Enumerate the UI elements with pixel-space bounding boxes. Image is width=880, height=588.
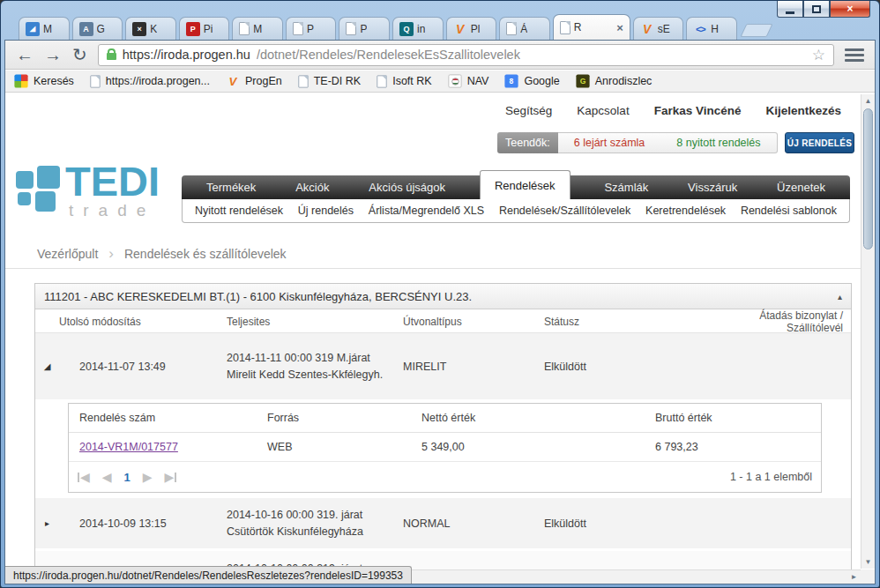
overdue-invoices-link[interactable]: 6 lejárt számla [574,137,645,149]
nav-akciok[interactable]: Akciók [290,175,334,199]
breadcrumb-home[interactable]: Vezérlőpult [37,247,98,261]
subnav-nyitott-rendelesek[interactable]: Nyitott rendelések [195,205,283,217]
new-order-button[interactable]: ÚJ RENDELÉS [785,132,854,153]
pager-first-icon[interactable]: ◀ [78,470,90,484]
customer-title: 111201 - ABC KERESKEDELMI BT.(1) - 6100 … [44,290,472,303]
fulfillment-cell: 2014-11-11 00:00 319 M.járat Mirelit Ked… [227,350,391,382]
table-row[interactable]: ◢ 2014-11-07 13:49 2014-11-11 00:00 319 … [35,333,851,399]
order-number-link[interactable]: 2014-VR1M/017577 [79,441,178,453]
contact-link[interactable]: Kapcsolat [577,104,629,117]
help-link[interactable]: Segítség [505,104,552,117]
logo-subtitle: trade [69,201,155,220]
collapse-panel-icon[interactable]: ▴ [838,292,842,301]
table-row[interactable]: ▸ 2014-10-09 13:15 2014-10-16 00:00 319.… [35,498,851,548]
pager-next-icon[interactable]: ▶ [143,470,153,484]
status-cell: Elküldött [544,517,701,530]
nav-icon [448,74,461,87]
bookmark-star-icon[interactable]: ☆ [812,46,825,64]
subnav-rendelesi-sablonok[interactable]: Rendelési sablonok [741,205,837,217]
url-path: /dotnet/Rendeles/RendelesekEsSzallitolev… [257,48,520,62]
bookmark[interactable]: VProgEn [226,74,282,88]
browser-tab-active[interactable]: R× [553,14,630,40]
window-titlebar[interactable]: × ◢M AG ×K PPi M P P Qin VPl Á R× VsE <>… [4,1,876,40]
bookmark[interactable]: https://iroda.progen... [90,75,210,88]
vertical-scrollbar-thumb[interactable] [863,108,873,249]
nav-termekek[interactable]: Termékek [201,175,261,199]
tab-title: M [43,23,52,35]
forward-button[interactable]: → [44,46,62,63]
maximize-button[interactable] [803,1,830,18]
tab-title: K [150,23,157,35]
fulfillment-cell: 2014-10-16 00:00 319. járat Csütörtök Ki… [227,507,391,539]
minimize-button[interactable] [777,1,803,18]
browser-tab[interactable]: Á [499,17,550,40]
status-cell: Elküldött [544,361,701,373]
scroll-right-icon[interactable]: ► [847,570,861,584]
customer-header[interactable]: 111201 - ABC KERESKEDELMI BT.(1) - 6100 … [35,284,851,309]
collapse-row-icon[interactable]: ◢ [35,361,59,371]
new-tab-button[interactable] [740,24,772,37]
avg-icon [14,74,27,87]
col-utvonaltipus: Útvonaltípus [403,316,544,328]
pager-prev-icon[interactable]: ◀ [102,470,112,484]
browser-tab[interactable]: <>H [686,17,737,40]
subnav-arlista-xls[interactable]: Árlista/Megrendelő XLS [369,205,484,217]
browser-tab[interactable]: PPi [179,17,230,40]
scroll-up-icon[interactable]: ▲ [861,94,875,108]
tab-title: P [360,23,367,35]
browser-tab[interactable]: P [339,17,390,40]
bookmark[interactable]: Keresés [14,74,74,88]
code-icon: <> [693,22,707,36]
bookmark[interactable]: Isoft RK [377,75,431,88]
page-icon [239,22,250,35]
nav-rendelesek[interactable]: Rendelések [480,170,571,199]
detail-row: 2014-VR1M/017577 WEB 5 349,00 6 793,23 [69,433,821,462]
bookmark[interactable]: TE-DI RK [298,75,361,88]
bookmark[interactable]: 8Google [504,74,559,88]
tab-close-icon[interactable]: × [616,22,623,33]
nav-akcios-ujsagok[interactable]: Akciós újságok [363,175,451,199]
tedi-logo[interactable]: TEDI trade [14,164,173,226]
vertical-scrollbar[interactable]: ▲ ▼ [861,94,875,569]
tab-title: sE [658,23,670,35]
open-orders-link[interactable]: 8 nyitott rendelés [676,137,760,149]
browser-tab[interactable]: VPl [446,17,497,40]
logout-link[interactable]: Kijelentkezés [765,104,841,117]
close-icon: × [846,3,853,15]
tab-title: Á [520,23,527,35]
nav-visszaruk[interactable]: Visszáruk [682,175,742,199]
close-window-button[interactable]: × [830,1,870,18]
nav-uzenetek[interactable]: Üzenetek [772,175,831,199]
browser-tab[interactable]: Qin [392,17,444,40]
todo-label: Teendők: [497,132,558,153]
pager-page-number[interactable]: 1 [124,471,131,484]
browser-tab[interactable]: ◢M [19,17,70,40]
translate-icon: A [79,22,93,36]
subnav-keretrendelesek[interactable]: Keretrendelések [645,205,726,217]
browser-tab[interactable]: P [286,17,337,40]
progen-icon: V [453,22,467,36]
nav-szamlak[interactable]: Számlák [599,175,653,199]
detail-header-row: Rendelés szám Forrás Nettó érték Bruttó … [69,404,821,433]
browser-tab[interactable]: AG [72,17,123,40]
pager-last-icon[interactable]: ▶ [165,470,177,484]
browser-menu-button[interactable] [845,48,864,62]
back-button[interactable]: ← [16,46,34,63]
bookmark[interactable]: NAV [448,74,489,88]
subnav-uj-rendeles[interactable]: Új rendelés [298,205,354,217]
browser-tab[interactable]: M [232,17,283,40]
pager-info: 1 - 1 a 1 elemből [730,471,812,483]
https-lock-icon[interactable] [107,53,116,60]
browser-tab[interactable]: VsE [633,17,684,40]
orders-panel: 111201 - ABC KERESKEDELMI BT.(1) - 6100 … [34,283,852,584]
reload-button[interactable]: ↻ [72,46,87,63]
expand-row-icon[interactable]: ▸ [35,518,59,528]
tab-title: R [574,21,582,33]
logo-square [37,166,60,189]
subnav-rendelesek-szallitolevelek[interactable]: Rendelések/Szállítólevelek [499,205,630,217]
user-name[interactable]: Farkas Vincéné [654,104,742,117]
browser-tab[interactable]: ×K [125,17,176,40]
bookmark[interactable]: GAnrodiszlec [576,74,653,88]
address-bar[interactable]: https://iroda.progen.hu/dotnet/Rendeles/… [98,44,834,66]
scroll-down-icon[interactable]: ▼ [861,555,875,569]
